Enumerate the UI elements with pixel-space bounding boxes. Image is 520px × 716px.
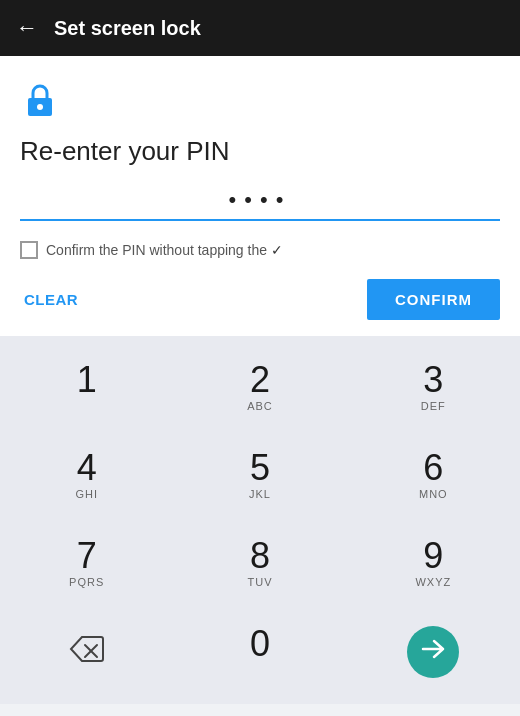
key-2[interactable]: 2 ABC [173, 344, 346, 432]
key-0[interactable]: 0 [173, 608, 346, 696]
pin-input-row [20, 183, 500, 221]
top-bar: ← Set screen lock [0, 0, 520, 56]
delete-icon [69, 635, 105, 670]
confirm-button[interactable]: CONFIRM [367, 279, 500, 320]
action-row: CLEAR CONFIRM [20, 279, 500, 320]
back-button[interactable]: ← [16, 17, 38, 39]
pin-input[interactable] [20, 183, 500, 221]
key-enter[interactable] [347, 608, 520, 696]
key-delete[interactable] [0, 608, 173, 696]
keypad: 1 2 ABC 3 DEF 4 GHI 5 JKL 6 MNO 7 PQRS [0, 336, 520, 704]
enter-arrow-icon [421, 639, 445, 665]
checkbox-label: Confirm the PIN without tapping the ✓ [46, 242, 283, 258]
checkbox-row[interactable]: Confirm the PIN without tapping the ✓ [20, 241, 500, 259]
key-3[interactable]: 3 DEF [347, 344, 520, 432]
key-4[interactable]: 4 GHI [0, 432, 173, 520]
keypad-grid: 1 2 ABC 3 DEF 4 GHI 5 JKL 6 MNO 7 PQRS [0, 344, 520, 696]
clear-button[interactable]: CLEAR [20, 283, 82, 316]
key-1[interactable]: 1 [0, 344, 173, 432]
key-7[interactable]: 7 PQRS [0, 520, 173, 608]
page-heading: Re-enter your PIN [20, 136, 500, 167]
enter-button[interactable] [407, 626, 459, 678]
key-6[interactable]: 6 MNO [347, 432, 520, 520]
lock-icon-wrap [20, 80, 500, 124]
key-8[interactable]: 8 TUV [173, 520, 346, 608]
screen-title: Set screen lock [54, 17, 201, 40]
key-9[interactable]: 9 WXYZ [347, 520, 520, 608]
checkmark-symbol: ✓ [271, 242, 283, 258]
confirm-checkbox[interactable] [20, 241, 38, 259]
key-5[interactable]: 5 JKL [173, 432, 346, 520]
lock-icon [20, 80, 60, 120]
content-area: Re-enter your PIN Confirm the PIN withou… [0, 56, 520, 336]
svg-point-1 [37, 104, 43, 110]
